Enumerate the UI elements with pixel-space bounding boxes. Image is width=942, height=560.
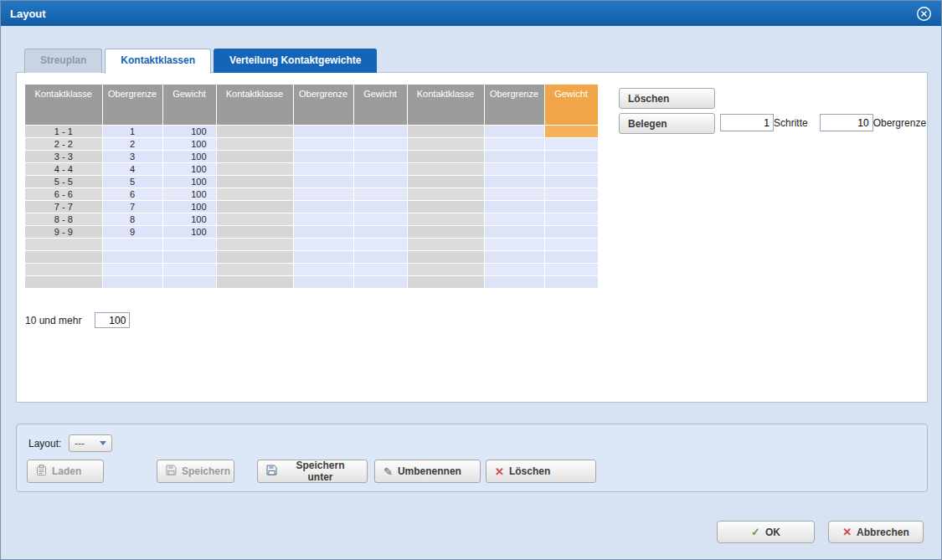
table-cell[interactable]: 4 - 4 [25, 162, 102, 175]
column-header-gewicht[interactable]: Gewicht [162, 85, 216, 125]
ok-button[interactable]: ✓ OK [717, 521, 815, 543]
table-cell[interactable] [216, 225, 293, 238]
table-cell[interactable]: 5 [102, 175, 162, 188]
table-cell[interactable]: 100 [162, 162, 216, 175]
table-cell[interactable] [484, 150, 544, 162]
table-cell[interactable] [293, 188, 353, 200]
column-header-kontaktklasse[interactable]: Kontaktklasse [216, 85, 293, 125]
layout-dropdown[interactable]: --- [69, 434, 112, 452]
table-cell[interactable]: 9 [102, 225, 162, 238]
table-cell[interactable] [216, 200, 293, 213]
table-cell[interactable]: 100 [162, 175, 216, 188]
table-cell[interactable] [162, 250, 216, 263]
table-cell[interactable]: 8 [102, 213, 162, 225]
table-cell[interactable] [544, 225, 598, 238]
table-cell[interactable]: 100 [162, 200, 216, 213]
table-cell[interactable] [353, 225, 407, 238]
table-cell[interactable] [102, 263, 162, 275]
table-cell[interactable] [407, 275, 484, 288]
table-cell[interactable]: 1 - 1 [25, 125, 102, 137]
table-cell[interactable] [484, 213, 544, 225]
table-cell[interactable] [353, 188, 407, 200]
table-cell[interactable]: 3 [102, 150, 162, 162]
table-cell[interactable] [353, 137, 407, 150]
table-cell[interactable] [102, 250, 162, 263]
column-header-gewicht[interactable]: Gewicht [544, 85, 598, 125]
table-cell[interactable] [293, 263, 353, 275]
column-header-kontaktklasse[interactable]: Kontaktklasse [407, 85, 484, 125]
table-cell[interactable] [353, 213, 407, 225]
table-cell[interactable] [216, 137, 293, 150]
table-cell[interactable]: 100 [162, 125, 216, 137]
table-cell[interactable] [216, 238, 293, 250]
table-cell[interactable] [407, 137, 484, 150]
table-cell[interactable] [407, 213, 484, 225]
table-cell[interactable] [25, 275, 102, 288]
tab-verteilung-kontaktgewichte[interactable]: Verteilung Kontaktgewichte [214, 49, 377, 73]
close-icon[interactable] [916, 6, 932, 22]
table-cell[interactable]: 1 [102, 125, 162, 137]
table-cell[interactable] [353, 175, 407, 188]
table-cell[interactable] [544, 275, 598, 288]
table-cell[interactable]: 100 [162, 213, 216, 225]
table-cell[interactable] [407, 150, 484, 162]
table-cell[interactable] [293, 200, 353, 213]
table-cell[interactable]: 6 - 6 [25, 188, 102, 200]
table-cell[interactable] [353, 162, 407, 175]
table-cell[interactable] [407, 238, 484, 250]
table-cell[interactable]: 100 [162, 137, 216, 150]
table-cell[interactable] [162, 275, 216, 288]
table-cell[interactable] [25, 238, 102, 250]
table-cell[interactable] [407, 162, 484, 175]
table-cell[interactable] [544, 162, 598, 175]
speichern-button[interactable]: Speichern [157, 460, 234, 483]
table-cell[interactable] [216, 162, 293, 175]
abbrechen-button[interactable]: ✕ Abbrechen [828, 521, 924, 543]
table-cell[interactable]: 100 [162, 188, 216, 200]
table-cell[interactable] [484, 188, 544, 200]
table-cell[interactable]: 8 - 8 [25, 213, 102, 225]
table-cell[interactable] [544, 188, 598, 200]
table-cell[interactable] [544, 238, 598, 250]
table-cell[interactable] [353, 250, 407, 263]
table-cell[interactable] [544, 137, 598, 150]
table-cell[interactable] [484, 200, 544, 213]
obergrenze-input[interactable] [820, 114, 873, 131]
table-cell[interactable] [293, 275, 353, 288]
table-cell[interactable]: 4 [102, 162, 162, 175]
table-cell[interactable] [102, 238, 162, 250]
table-cell[interactable] [216, 188, 293, 200]
table-cell[interactable] [407, 250, 484, 263]
table-cell[interactable] [162, 263, 216, 275]
table-cell[interactable]: 7 - 7 [25, 200, 102, 213]
belegen-button[interactable]: Belegen [619, 113, 715, 134]
table-cell[interactable]: 2 [102, 137, 162, 150]
table-cell[interactable]: 5 - 5 [25, 175, 102, 188]
table-cell[interactable] [484, 175, 544, 188]
table-cell[interactable] [544, 175, 598, 188]
table-cell[interactable] [407, 188, 484, 200]
table-cell[interactable] [484, 137, 544, 150]
table-cell[interactable] [162, 238, 216, 250]
table-cell[interactable] [407, 225, 484, 238]
column-header-obergrenze[interactable]: Obergrenze [102, 85, 162, 125]
column-header-obergrenze[interactable]: Obergrenze [484, 85, 544, 125]
table-cell[interactable] [293, 125, 353, 137]
table-cell[interactable] [407, 125, 484, 137]
table-cell[interactable]: 3 - 3 [25, 150, 102, 162]
table-cell[interactable]: 9 - 9 [25, 225, 102, 238]
column-header-gewicht[interactable]: Gewicht [353, 85, 407, 125]
table-cell[interactable]: 100 [162, 225, 216, 238]
table-cell[interactable] [544, 200, 598, 213]
overflow-gewicht-input[interactable] [95, 312, 130, 328]
loeschen-gewichte-button[interactable]: Löschen [619, 88, 715, 109]
table-cell[interactable] [293, 225, 353, 238]
table-cell[interactable] [484, 162, 544, 175]
table-cell[interactable] [353, 150, 407, 162]
table-cell[interactable] [484, 225, 544, 238]
table-cell[interactable] [353, 263, 407, 275]
table-cell[interactable]: 6 [102, 188, 162, 200]
table-cell[interactable] [293, 175, 353, 188]
table-cell[interactable] [293, 162, 353, 175]
table-cell[interactable] [544, 263, 598, 275]
